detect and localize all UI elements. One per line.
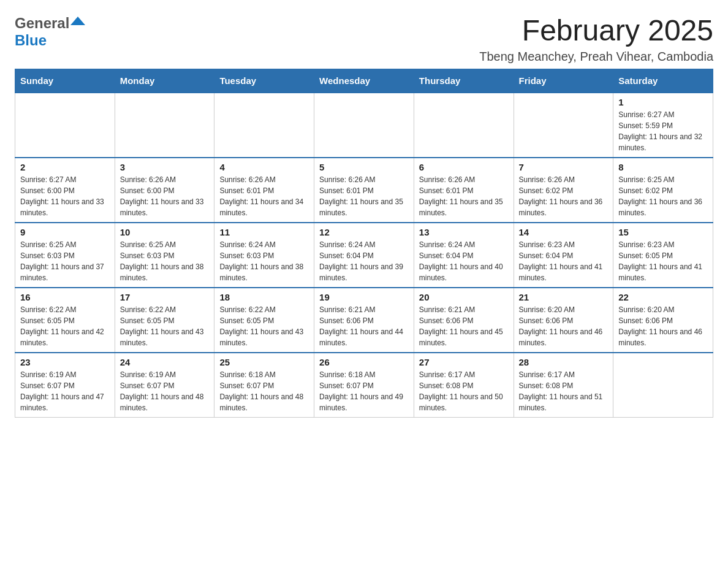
day-number: 16 xyxy=(20,292,110,302)
day-number: 12 xyxy=(319,227,409,237)
calendar-day-cell: 12Sunrise: 6:24 AMSunset: 6:04 PMDayligh… xyxy=(314,223,414,288)
calendar-day-cell: 9Sunrise: 6:25 AMSunset: 6:03 PMDaylight… xyxy=(15,223,115,288)
day-number: 7 xyxy=(519,162,609,172)
page-header: General Blue February 2025 Tbeng Meanche… xyxy=(15,15,713,64)
calendar-day-cell: 24Sunrise: 6:19 AMSunset: 6:07 PMDayligh… xyxy=(115,353,214,418)
calendar-day-cell: 25Sunrise: 6:18 AMSunset: 6:07 PMDayligh… xyxy=(214,353,314,418)
day-info: Sunrise: 6:24 AMSunset: 6:03 PMDaylight:… xyxy=(219,239,309,283)
day-info: Sunrise: 6:18 AMSunset: 6:07 PMDaylight:… xyxy=(319,369,409,413)
day-number: 22 xyxy=(618,292,708,302)
calendar-day-cell: 14Sunrise: 6:23 AMSunset: 6:04 PMDayligh… xyxy=(514,223,613,288)
calendar-day-cell: 7Sunrise: 6:26 AMSunset: 6:02 PMDaylight… xyxy=(514,158,613,223)
day-number: 23 xyxy=(20,357,110,367)
day-info: Sunrise: 6:24 AMSunset: 6:04 PMDaylight:… xyxy=(319,239,409,283)
day-info: Sunrise: 6:27 AMSunset: 5:59 PMDaylight:… xyxy=(618,109,708,153)
logo-blue-text: Blue xyxy=(15,32,47,48)
day-info: Sunrise: 6:21 AMSunset: 6:06 PMDaylight:… xyxy=(419,304,509,348)
calendar-day-cell: 16Sunrise: 6:22 AMSunset: 6:05 PMDayligh… xyxy=(15,288,115,353)
day-info: Sunrise: 6:22 AMSunset: 6:05 PMDaylight:… xyxy=(219,304,309,348)
calendar-day-cell: 4Sunrise: 6:26 AMSunset: 6:01 PMDaylight… xyxy=(214,158,314,223)
logo-triangle-icon xyxy=(70,17,85,25)
day-info: Sunrise: 6:24 AMSunset: 6:04 PMDaylight:… xyxy=(419,239,509,283)
calendar-day-cell: 21Sunrise: 6:20 AMSunset: 6:06 PMDayligh… xyxy=(514,288,613,353)
day-info: Sunrise: 6:19 AMSunset: 6:07 PMDaylight:… xyxy=(120,369,210,413)
day-info: Sunrise: 6:23 AMSunset: 6:05 PMDaylight:… xyxy=(618,239,708,283)
calendar-day-cell: 23Sunrise: 6:19 AMSunset: 6:07 PMDayligh… xyxy=(15,353,115,418)
day-number: 24 xyxy=(120,357,210,367)
day-info: Sunrise: 6:26 AMSunset: 6:01 PMDaylight:… xyxy=(319,174,409,218)
day-info: Sunrise: 6:26 AMSunset: 6:00 PMDaylight:… xyxy=(120,174,210,218)
calendar-week-row: 9Sunrise: 6:25 AMSunset: 6:03 PMDaylight… xyxy=(15,223,713,288)
calendar-day-cell: 3Sunrise: 6:26 AMSunset: 6:00 PMDaylight… xyxy=(115,158,214,223)
day-number: 13 xyxy=(419,227,509,237)
calendar-day-cell: 22Sunrise: 6:20 AMSunset: 6:06 PMDayligh… xyxy=(613,288,713,353)
calendar-day-cell xyxy=(115,93,214,158)
day-number: 6 xyxy=(419,162,509,172)
day-number: 10 xyxy=(120,227,210,237)
calendar-day-cell: 15Sunrise: 6:23 AMSunset: 6:05 PMDayligh… xyxy=(613,223,713,288)
day-info: Sunrise: 6:23 AMSunset: 6:04 PMDaylight:… xyxy=(519,239,609,283)
calendar-day-cell: 8Sunrise: 6:25 AMSunset: 6:02 PMDaylight… xyxy=(613,158,713,223)
calendar-day-cell xyxy=(314,93,414,158)
day-info: Sunrise: 6:22 AMSunset: 6:05 PMDaylight:… xyxy=(20,304,110,348)
calendar-day-cell: 13Sunrise: 6:24 AMSunset: 6:04 PMDayligh… xyxy=(414,223,514,288)
day-info: Sunrise: 6:17 AMSunset: 6:08 PMDaylight:… xyxy=(519,369,609,413)
weekday-header-tuesday: Tuesday xyxy=(214,69,314,93)
day-info: Sunrise: 6:25 AMSunset: 6:02 PMDaylight:… xyxy=(618,174,708,218)
weekday-header-row: SundayMondayTuesdayWednesdayThursdayFrid… xyxy=(15,69,713,93)
day-number: 15 xyxy=(618,227,708,237)
calendar-day-cell xyxy=(514,93,613,158)
calendar-table: SundayMondayTuesdayWednesdayThursdayFrid… xyxy=(15,69,713,418)
calendar-week-row: 16Sunrise: 6:22 AMSunset: 6:05 PMDayligh… xyxy=(15,288,713,353)
calendar-day-cell: 1Sunrise: 6:27 AMSunset: 5:59 PMDaylight… xyxy=(613,93,713,158)
day-info: Sunrise: 6:25 AMSunset: 6:03 PMDaylight:… xyxy=(120,239,210,283)
day-number: 5 xyxy=(319,162,409,172)
day-info: Sunrise: 6:25 AMSunset: 6:03 PMDaylight:… xyxy=(20,239,110,283)
calendar-day-cell xyxy=(414,93,514,158)
day-info: Sunrise: 6:19 AMSunset: 6:07 PMDaylight:… xyxy=(20,369,110,413)
day-number: 9 xyxy=(20,227,110,237)
calendar-day-cell: 18Sunrise: 6:22 AMSunset: 6:05 PMDayligh… xyxy=(214,288,314,353)
day-number: 17 xyxy=(120,292,210,302)
month-year-title: February 2025 xyxy=(479,15,713,47)
calendar-day-cell: 2Sunrise: 6:27 AMSunset: 6:00 PMDaylight… xyxy=(15,158,115,223)
day-info: Sunrise: 6:22 AMSunset: 6:05 PMDaylight:… xyxy=(120,304,210,348)
calendar-week-row: 2Sunrise: 6:27 AMSunset: 6:00 PMDaylight… xyxy=(15,158,713,223)
title-block: February 2025 Tbeng Meanchey, Preah Vihe… xyxy=(479,15,713,64)
day-number: 25 xyxy=(219,357,309,367)
day-info: Sunrise: 6:21 AMSunset: 6:06 PMDaylight:… xyxy=(319,304,409,348)
day-info: Sunrise: 6:26 AMSunset: 6:01 PMDaylight:… xyxy=(419,174,509,218)
weekday-header-thursday: Thursday xyxy=(414,69,514,93)
day-number: 18 xyxy=(219,292,309,302)
day-number: 4 xyxy=(219,162,309,172)
day-info: Sunrise: 6:18 AMSunset: 6:07 PMDaylight:… xyxy=(219,369,309,413)
day-number: 19 xyxy=(319,292,409,302)
day-info: Sunrise: 6:20 AMSunset: 6:06 PMDaylight:… xyxy=(618,304,708,348)
day-info: Sunrise: 6:26 AMSunset: 6:02 PMDaylight:… xyxy=(519,174,609,218)
calendar-day-cell: 19Sunrise: 6:21 AMSunset: 6:06 PMDayligh… xyxy=(314,288,414,353)
day-info: Sunrise: 6:27 AMSunset: 6:00 PMDaylight:… xyxy=(20,174,110,218)
day-info: Sunrise: 6:17 AMSunset: 6:08 PMDaylight:… xyxy=(419,369,509,413)
day-number: 21 xyxy=(519,292,609,302)
weekday-header-wednesday: Wednesday xyxy=(314,69,414,93)
calendar-week-row: 1Sunrise: 6:27 AMSunset: 5:59 PMDaylight… xyxy=(15,93,713,158)
calendar-day-cell: 11Sunrise: 6:24 AMSunset: 6:03 PMDayligh… xyxy=(214,223,314,288)
day-number: 27 xyxy=(419,357,509,367)
calendar-day-cell: 5Sunrise: 6:26 AMSunset: 6:01 PMDaylight… xyxy=(314,158,414,223)
day-number: 26 xyxy=(319,357,409,367)
calendar-day-cell: 17Sunrise: 6:22 AMSunset: 6:05 PMDayligh… xyxy=(115,288,214,353)
day-number: 8 xyxy=(618,162,708,172)
calendar-day-cell: 26Sunrise: 6:18 AMSunset: 6:07 PMDayligh… xyxy=(314,353,414,418)
calendar-day-cell xyxy=(15,93,115,158)
weekday-header-saturday: Saturday xyxy=(613,69,713,93)
calendar-day-cell: 6Sunrise: 6:26 AMSunset: 6:01 PMDaylight… xyxy=(414,158,514,223)
day-number: 14 xyxy=(519,227,609,237)
day-number: 2 xyxy=(20,162,110,172)
calendar-day-cell xyxy=(214,93,314,158)
calendar-day-cell xyxy=(613,353,713,418)
calendar-day-cell: 27Sunrise: 6:17 AMSunset: 6:08 PMDayligh… xyxy=(414,353,514,418)
day-number: 28 xyxy=(519,357,609,367)
weekday-header-friday: Friday xyxy=(514,69,613,93)
calendar-day-cell: 10Sunrise: 6:25 AMSunset: 6:03 PMDayligh… xyxy=(115,223,214,288)
day-info: Sunrise: 6:20 AMSunset: 6:06 PMDaylight:… xyxy=(519,304,609,348)
